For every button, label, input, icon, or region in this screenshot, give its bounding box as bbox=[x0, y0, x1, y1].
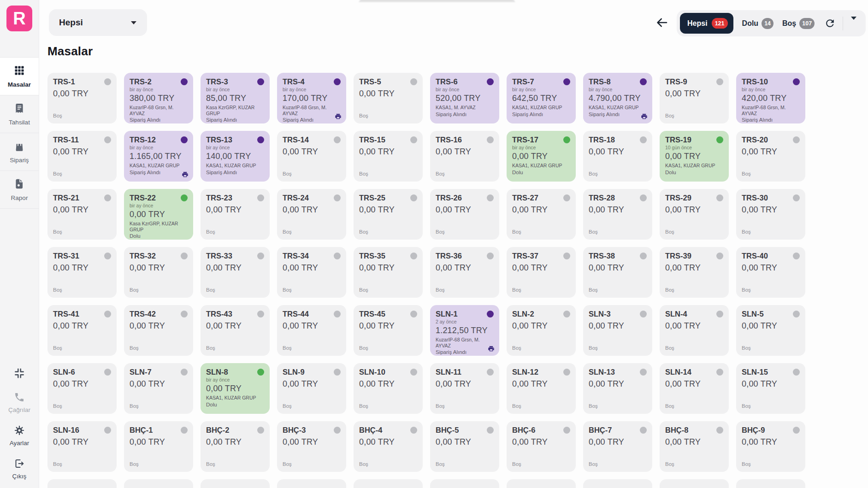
filter-dropdown[interactable]: Hepsi bbox=[49, 9, 147, 36]
table-card[interactable]: TRS-21 0,00 TRY Boş bbox=[47, 189, 117, 240]
sidebar-item-masalar[interactable]: Masalar bbox=[0, 57, 39, 95]
sidebar-item-ayarlar[interactable]: Ayarlar bbox=[0, 419, 39, 452]
table-card[interactable]: TRS-17 bir ay önce 0,00 TRY KASA1, KUZAR… bbox=[507, 131, 576, 182]
collapse-icon[interactable] bbox=[13, 362, 25, 385]
table-card[interactable]: TRS-23 0,00 TRY Boş bbox=[201, 189, 270, 240]
table-card-partial[interactable] bbox=[736, 479, 805, 488]
table-card[interactable]: TRS-35 0,00 TRY Boş bbox=[354, 247, 423, 298]
table-card[interactable]: TRS-12 bir ay önce 1.165,00 TRY KASA1, K… bbox=[124, 131, 193, 182]
table-card[interactable]: TRS-4 bir ay önce 170,00 TRY KuzarIP-68 … bbox=[277, 73, 346, 123]
table-card[interactable]: SLN-2 0,00 TRY Boş bbox=[507, 305, 576, 356]
table-card-partial[interactable] bbox=[277, 479, 346, 488]
table-card[interactable]: TRS-40 0,00 TRY Boş bbox=[736, 247, 805, 298]
table-card[interactable]: TRS-18 0,00 TRY Boş bbox=[583, 131, 652, 182]
table-card[interactable]: TRS-20 0,00 TRY Boş bbox=[736, 131, 805, 182]
table-card[interactable]: TRS-7 bir ay önce 642,50 TRY KASA1, KUZA… bbox=[507, 73, 576, 123]
table-card[interactable]: TRS-3 bir ay önce 85,00 TRY Kasa KzrGRP,… bbox=[201, 73, 270, 123]
table-status: Sipariş Alındı bbox=[512, 112, 570, 118]
table-card[interactable]: TRS-42 0,00 TRY Boş bbox=[124, 305, 193, 356]
table-card[interactable]: TRS-44 0,00 TRY Boş bbox=[277, 305, 346, 356]
tab-dolu[interactable]: Dolu 14 bbox=[742, 18, 774, 29]
table-card[interactable]: TRS-2 bir ay önce 380,00 TRY KuzarIP-68 … bbox=[124, 73, 193, 123]
table-card[interactable]: TRS-22 bir ay önce 0,00 TRY Kasa KzrGRP,… bbox=[124, 189, 193, 240]
table-card[interactable]: SLN-11 0,00 TRY Boş bbox=[430, 363, 499, 414]
table-card[interactable]: TRS-39 0,00 TRY Boş bbox=[660, 247, 729, 298]
table-card[interactable]: TRS-11 0,00 TRY Boş bbox=[47, 131, 117, 182]
table-card[interactable]: SLN-9 0,00 TRY Boş bbox=[277, 363, 346, 414]
tab-bos[interactable]: Boş 107 bbox=[782, 18, 815, 29]
table-card[interactable]: BHÇ-5 0,00 TRY Boş bbox=[430, 421, 499, 472]
table-amount: 0,00 TRY bbox=[359, 437, 417, 447]
table-card[interactable]: TRS-10 bir ay önce 420,00 TRY KuzarIP-68… bbox=[736, 73, 805, 123]
table-card[interactable]: TRS-41 0,00 TRY Boş bbox=[47, 305, 117, 356]
table-card[interactable]: TRS-36 0,00 TRY Boş bbox=[430, 247, 499, 298]
table-card[interactable]: TRS-5 0,00 TRY Boş bbox=[354, 73, 423, 123]
table-card[interactable]: TRS-6 bir ay önce 520,00 TRY KASA1, M. A… bbox=[430, 73, 499, 123]
table-card[interactable]: BHÇ-9 0,00 TRY Boş bbox=[736, 421, 805, 472]
table-card[interactable]: BHÇ-2 0,00 TRY Boş bbox=[201, 421, 270, 472]
table-card[interactable]: BHÇ-8 0,00 TRY Boş bbox=[660, 421, 729, 472]
table-card[interactable]: TRS-14 0,00 TRY Boş bbox=[277, 131, 346, 182]
table-card[interactable]: SLN-4 0,00 TRY Boş bbox=[660, 305, 729, 356]
table-card[interactable]: TRS-24 0,00 TRY Boş bbox=[277, 189, 346, 240]
sidebar-item-siparis[interactable]: Sipariş bbox=[0, 133, 39, 171]
table-card-partial[interactable] bbox=[507, 479, 576, 488]
table-card[interactable]: TRS-45 0,00 TRY Boş bbox=[354, 305, 423, 356]
tabs-expand-button[interactable] bbox=[849, 18, 858, 29]
table-card[interactable]: TRS-27 0,00 TRY Boş bbox=[507, 189, 576, 240]
table-card[interactable]: SLN-6 0,00 TRY Boş bbox=[47, 363, 117, 414]
refresh-button[interactable] bbox=[824, 18, 836, 29]
table-card-partial[interactable] bbox=[660, 479, 729, 488]
table-card[interactable]: SLN-16 0,00 TRY Boş bbox=[47, 421, 117, 472]
table-card-partial[interactable] bbox=[583, 479, 652, 488]
table-card[interactable]: TRS-9 0,00 TRY Boş bbox=[660, 73, 729, 123]
table-card[interactable]: SLN-15 0,00 TRY Boş bbox=[736, 363, 805, 414]
sidebar-item-cagrilar[interactable]: Çağrılar bbox=[0, 386, 39, 419]
table-card[interactable]: SLN-14 0,00 TRY Boş bbox=[660, 363, 729, 414]
table-card-partial[interactable] bbox=[430, 479, 499, 488]
table-card[interactable]: SLN-3 0,00 TRY Boş bbox=[583, 305, 652, 356]
tab-hepsi[interactable]: Hepsi 121 bbox=[680, 13, 733, 34]
table-name: SLN-4 bbox=[665, 310, 687, 318]
table-card[interactable]: TRS-29 0,00 TRY Boş bbox=[660, 189, 729, 240]
table-card[interactable]: TRS-13 bir ay önce 140,00 TRY KASA1, KUZ… bbox=[201, 131, 270, 182]
table-card[interactable]: TRS-33 0,00 TRY Boş bbox=[201, 247, 270, 298]
table-card-partial[interactable] bbox=[354, 479, 423, 488]
table-card[interactable]: TRS-28 0,00 TRY Boş bbox=[583, 189, 652, 240]
table-card[interactable]: SLN-5 0,00 TRY Boş bbox=[736, 305, 805, 356]
table-card[interactable]: TRS-38 0,00 TRY Boş bbox=[583, 247, 652, 298]
table-card[interactable]: TRS-43 0,00 TRY Boş bbox=[201, 305, 270, 356]
table-card[interactable]: TRS-19 10 gün önce 0,00 TRY KASA1, KUZAR… bbox=[660, 131, 729, 182]
table-card[interactable]: TRS-30 0,00 TRY Boş bbox=[736, 189, 805, 240]
table-card[interactable]: TRS-26 0,00 TRY Boş bbox=[430, 189, 499, 240]
table-card[interactable]: SLN-10 0,00 TRY Boş bbox=[354, 363, 423, 414]
table-card[interactable]: SLN-7 0,00 TRY Boş bbox=[124, 363, 193, 414]
app-logo[interactable]: R bbox=[6, 6, 32, 31]
table-card[interactable]: TRS-16 0,00 TRY Boş bbox=[430, 131, 499, 182]
table-card-partial[interactable] bbox=[124, 479, 193, 488]
table-card[interactable]: BHÇ-1 0,00 TRY Boş bbox=[124, 421, 193, 472]
table-card[interactable]: SLN-1 2 ay önce 1.212,50 TRY KuzarIP-68 … bbox=[430, 305, 499, 356]
table-card[interactable]: SLN-13 0,00 TRY Boş bbox=[583, 363, 652, 414]
table-status: Boş bbox=[53, 345, 62, 352]
table-card-partial[interactable] bbox=[201, 479, 270, 488]
back-button[interactable] bbox=[654, 15, 670, 31]
table-card[interactable]: BHÇ-6 0,00 TRY Boş bbox=[507, 421, 576, 472]
table-card-partial[interactable] bbox=[47, 479, 117, 488]
table-card[interactable]: TRS-32 0,00 TRY Boş bbox=[124, 247, 193, 298]
table-card[interactable]: SLN-12 0,00 TRY Boş bbox=[507, 363, 576, 414]
table-card[interactable]: SLN-8 bir ay önce 0,00 TRY KASA1, KUZAR … bbox=[201, 363, 270, 414]
table-card[interactable]: TRS-15 0,00 TRY Boş bbox=[354, 131, 423, 182]
table-card[interactable]: BHÇ-7 0,00 TRY Boş bbox=[583, 421, 652, 472]
sidebar-item-rapor[interactable]: Rapor bbox=[0, 171, 39, 208]
table-card[interactable]: BHÇ-3 0,00 TRY Boş bbox=[277, 421, 346, 472]
table-card[interactable]: TRS-1 0,00 TRY Boş bbox=[47, 73, 117, 123]
sidebar-item-cikis[interactable]: Çıkış bbox=[0, 452, 39, 485]
table-card[interactable]: TRS-34 0,00 TRY Boş bbox=[277, 247, 346, 298]
table-card[interactable]: TRS-37 0,00 TRY Boş bbox=[507, 247, 576, 298]
table-card[interactable]: TRS-8 bir ay önce 4.790,00 TRY KASA1, KU… bbox=[583, 73, 652, 123]
table-card[interactable]: TRS-25 0,00 TRY Boş bbox=[354, 189, 423, 240]
table-card[interactable]: BHÇ-4 0,00 TRY Boş bbox=[354, 421, 423, 472]
table-card[interactable]: TRS-31 0,00 TRY Boş bbox=[47, 247, 117, 298]
sidebar-item-tahsilat[interactable]: Tahsilat bbox=[0, 95, 39, 133]
